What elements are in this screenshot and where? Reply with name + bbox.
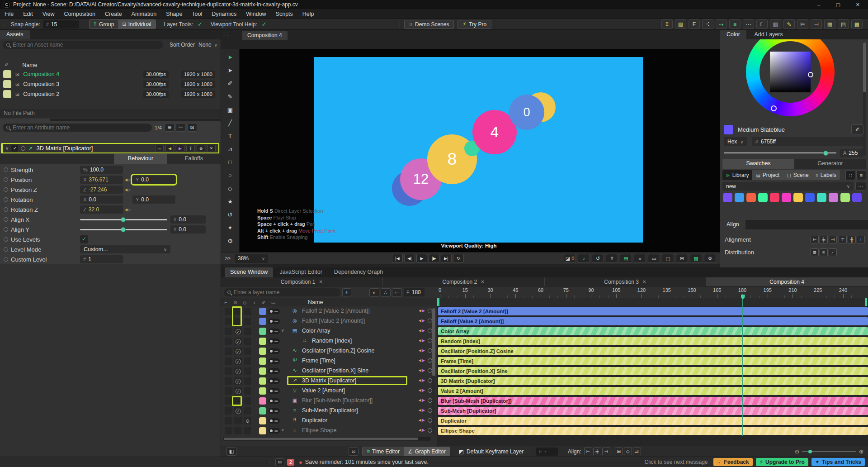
feedback-button[interactable]: ☞Feedback (713, 458, 753, 466)
align-right-icon[interactable]: ⊣ (811, 19, 822, 29)
swatch-11[interactable] (852, 193, 862, 202)
layer-cell[interactable] (225, 427, 232, 434)
select-tool-icon[interactable]: ➤ (224, 52, 236, 62)
play-button[interactable]: ▶ (416, 254, 427, 263)
keyframe-ring-icon[interactable] (4, 197, 8, 202)
keyframe-arrows[interactable]: ◀▶ (419, 319, 425, 323)
layer-cell[interactable] (244, 357, 251, 365)
prev-keyframe-icon[interactable]: ◀ (419, 329, 421, 333)
asset-color-chip[interactable] (3, 80, 11, 88)
layer-color-chip[interactable] (259, 357, 266, 365)
menu-window[interactable]: Window (246, 11, 266, 17)
rotation-z-field[interactable]: Z 32.0 (80, 205, 123, 214)
toggle-icon[interactable]: ▭ (269, 300, 278, 305)
prev-keyframe-icon[interactable]: ◀ (419, 368, 421, 372)
annotate-icon[interactable]: ✎ (783, 19, 795, 29)
solo-icon[interactable]: ⊕ (197, 145, 205, 152)
keyframe-arrows[interactable]: ◀▶ (419, 428, 425, 432)
keyframe-ring-icon[interactable] (21, 146, 25, 151)
menu-dynamics[interactable]: Dynamics (212, 11, 236, 17)
layer-color-chip[interactable] (259, 417, 266, 424)
layer-color-chip[interactable] (259, 348, 266, 355)
keyframe-arrows[interactable]: ◀▷ (125, 178, 131, 182)
swatch-more-button[interactable]: ⋯ (855, 182, 866, 191)
prev-keyframe-icon[interactable]: ◀ (419, 338, 421, 343)
layer-cell[interactable] (244, 308, 251, 315)
add-keyframe-icon[interactable]: ∴ (381, 288, 391, 297)
layer-row[interactable]: ✓⠶Random [Index]◀▶ (221, 336, 437, 346)
keyframe-ring-icon[interactable] (4, 167, 8, 172)
scatter-icon[interactable]: ⠪ (702, 19, 713, 29)
swatch-6[interactable] (793, 193, 803, 202)
rotation-y-field[interactable]: Y 0.0 (132, 195, 175, 204)
tab-scene-window[interactable]: Scene Window (225, 267, 273, 277)
layer-enabled-checkbox[interactable]: ✓ (236, 389, 241, 394)
clear-search-icon[interactable]: ⊠ (187, 123, 197, 132)
scene-circle-0[interactable]: 0 (509, 95, 544, 130)
keyframe-ring-icon[interactable] (428, 428, 432, 433)
layer-row[interactable]: ✓∨▤Color Array◀▶ (221, 326, 437, 336)
prev-keyframe-icon[interactable]: ◀ (419, 319, 421, 323)
layer-row[interactable]: ✓∿Oscillator [Position.Z] Cosine◀▶ (221, 346, 437, 356)
camera-tool-icon[interactable]: ▣ (224, 105, 236, 114)
layer-enabled-checkbox[interactable]: ✓ (236, 349, 241, 354)
close-button[interactable]: ✕ (856, 2, 860, 8)
timeline-bar[interactable]: Falloff [Value 2 [Amount]] (438, 317, 868, 325)
prev-keyframe-icon[interactable]: ◀ (419, 348, 421, 353)
keyframe-ring-icon[interactable] (4, 187, 8, 192)
chevron-down-icon[interactable]: ∨ (281, 428, 284, 432)
layer-color-chip[interactable] (259, 407, 266, 415)
menu-file[interactable]: File (5, 11, 14, 17)
keyframe-arrows[interactable]: ◀▶ (419, 368, 425, 372)
next-keyframe-icon[interactable]: ▶ (422, 319, 425, 323)
tab-behaviour[interactable]: Behaviour (114, 154, 167, 164)
menu-scripts[interactable]: Scripts (276, 11, 293, 17)
picker-icon[interactable]: ✐ (5, 62, 9, 68)
distribute-v-icon[interactable]: ≡ (820, 248, 828, 256)
layer-color-chip[interactable] (259, 308, 266, 315)
keyframe-ring-icon[interactable] (428, 348, 432, 353)
next-keyframe-icon[interactable]: ▶ (422, 408, 425, 412)
tab-graph-editor[interactable]: ∠ Graph Editor (404, 447, 450, 456)
layer-cell[interactable]: ✓ (234, 407, 242, 415)
next-keyframe-icon[interactable]: ▶ (422, 329, 425, 333)
keyframe-arrows[interactable]: ◀▶ (419, 418, 425, 422)
alpha-slider[interactable] (724, 150, 836, 156)
viewport-settings-button[interactable]: ⚙ (704, 254, 716, 263)
node-enabled-checkbox[interactable]: ✓ (11, 145, 18, 152)
layer-toggle[interactable] (269, 398, 280, 404)
tips-button[interactable]: ✦Tips and Tricks (811, 458, 865, 466)
layer-toggle[interactable] (269, 319, 280, 324)
layer-color-chip[interactable] (259, 338, 266, 345)
layer-cell[interactable] (244, 397, 251, 405)
current-frame-field[interactable]: F 180 (404, 288, 425, 296)
motion-path-icon[interactable]: ⇢ (716, 19, 727, 29)
keyframe-arrows[interactable]: ◀▷ (125, 188, 131, 192)
visibility-eye-icon[interactable]: ⊙ (245, 419, 249, 424)
layer-enabled-checkbox[interactable]: ✓ (236, 329, 241, 334)
keyframe-arrows[interactable]: ◀▶ (419, 338, 425, 343)
layer-cell[interactable] (244, 367, 251, 375)
add-layer-button[interactable]: + (342, 288, 351, 296)
keyframe-ring-icon[interactable] (428, 319, 432, 323)
timeline-bar[interactable]: Falloff 2 [Value 2 [Amount]] (438, 307, 868, 315)
timeline-bar[interactable]: Value 2 [Amount] (438, 387, 868, 395)
layer-cell[interactable] (225, 357, 232, 365)
layer-row[interactable]: ✓ΨFrame [Time]◀▶ (221, 356, 437, 366)
swatch-8[interactable] (817, 193, 826, 202)
layer-scrollbar[interactable] (432, 307, 435, 435)
box-mode-icon[interactable]: ⊞ (615, 448, 623, 455)
keyframe-ring-icon[interactable] (428, 368, 432, 373)
menu-view[interactable]: View (42, 11, 55, 17)
layer-row[interactable]: ✓↗3D Matrix [Duplicator]◀▶ (221, 376, 437, 386)
swatch-7[interactable] (805, 193, 815, 202)
layer-color-chip[interactable] (259, 328, 266, 335)
close-icon[interactable]: ✕ (642, 279, 646, 284)
align-v-center-icon[interactable]: ╫ (848, 236, 856, 243)
layer-cell[interactable] (244, 318, 251, 325)
keyframe-arrows[interactable]: ◀▶ (419, 408, 425, 412)
custom-level-field[interactable]: # 1 (80, 255, 123, 263)
use-levels-checkbox[interactable]: ✓ (80, 235, 88, 243)
keyframe-arrows[interactable]: ◀▶ (419, 378, 425, 382)
align-layers-icon[interactable]: ≡ (729, 19, 741, 29)
